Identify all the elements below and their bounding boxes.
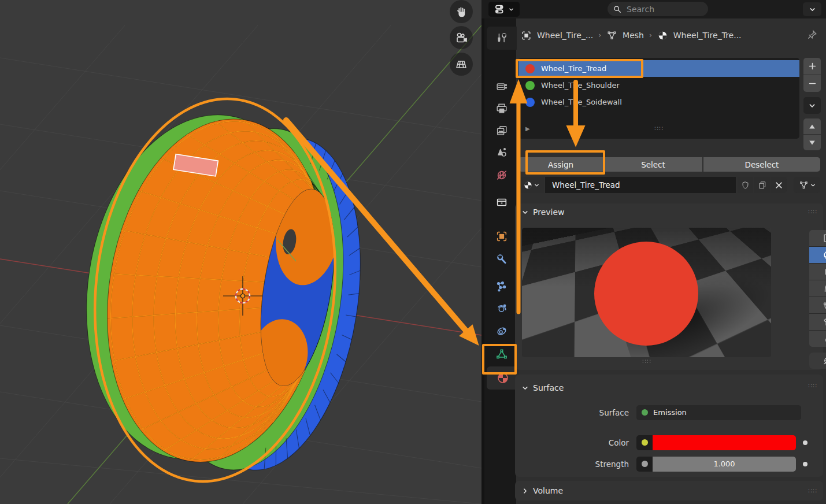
panel-drag-grip[interactable]: ∷∷ bbox=[808, 383, 817, 389]
modifier-wrench-icon bbox=[495, 253, 508, 266]
breadcrumb-material[interactable]: Wheel_Tire_Tre... bbox=[673, 31, 742, 40]
material-slot-row[interactable]: Wheel_Tire_Shoulder bbox=[518, 77, 799, 94]
properties-header bbox=[481, 0, 826, 18]
tab-view-layer[interactable] bbox=[487, 119, 517, 142]
new-material-button[interactable] bbox=[754, 177, 771, 193]
tab-scene[interactable] bbox=[487, 141, 517, 164]
panel-drag-grip[interactable]: ∷∷ bbox=[808, 209, 817, 215]
tab-particles[interactable] bbox=[487, 275, 517, 298]
preview-type-sphere[interactable] bbox=[809, 247, 826, 264]
add-slot-button[interactable] bbox=[803, 58, 821, 75]
strength-socket[interactable] bbox=[636, 457, 653, 472]
breadcrumb: Wheel_Tire_... › Mesh › Wheel_Tire_Tre..… bbox=[516, 25, 826, 45]
tab-collection[interactable] bbox=[487, 191, 517, 214]
remove-slot-button[interactable] bbox=[803, 75, 821, 92]
search-box[interactable] bbox=[608, 2, 708, 16]
tire-mesh[interactable] bbox=[62, 98, 384, 486]
particles-icon bbox=[495, 280, 508, 293]
strength-socket-dot bbox=[642, 461, 648, 467]
surface-panel-title: Surface bbox=[533, 383, 564, 392]
volume-panel-header[interactable]: Volume ∷∷ bbox=[515, 481, 823, 501]
preview-type-monkey[interactable] bbox=[809, 297, 826, 314]
preview-panel-header[interactable]: Preview ∷∷ bbox=[515, 203, 823, 221]
chevron-down-icon bbox=[810, 183, 816, 188]
preview-type-cube[interactable] bbox=[809, 264, 826, 280]
preview-type-flat[interactable] bbox=[809, 230, 826, 247]
move-slot-up-button[interactable] bbox=[803, 118, 821, 135]
list-expand-arrow[interactable]: ▶ bbox=[525, 125, 530, 132]
link-data-dropdown[interactable] bbox=[794, 177, 820, 193]
list-resize-grip[interactable]: ∷∷ bbox=[654, 125, 664, 132]
surface-shader-dropdown[interactable]: Emission bbox=[636, 405, 801, 420]
preview-type-fluid[interactable] bbox=[809, 331, 826, 347]
material-slot-row[interactable]: Wheel_Tire_Soidewall bbox=[518, 94, 799, 110]
scene-icon bbox=[495, 146, 508, 159]
shader-socket-dot bbox=[642, 409, 648, 416]
material-color-dot bbox=[525, 98, 535, 107]
tab-constraints[interactable] bbox=[487, 320, 517, 343]
sphere-icon bbox=[823, 250, 826, 261]
camera-view-button[interactable] bbox=[450, 26, 473, 49]
mesh-icon bbox=[799, 180, 809, 190]
tab-tool[interactable] bbox=[487, 27, 517, 50]
breadcrumb-object[interactable]: Wheel_Tire_... bbox=[537, 31, 593, 40]
strength-keyframe-dot[interactable] bbox=[803, 462, 808, 466]
emission-color-field[interactable] bbox=[636, 435, 796, 450]
preview-resize-grip[interactable]: ∷∷ bbox=[642, 358, 651, 365]
triangle-up-icon bbox=[809, 124, 816, 129]
material-sphere-icon bbox=[523, 180, 533, 190]
breadcrumb-mesh[interactable]: Mesh bbox=[623, 31, 644, 40]
preview-panel: Preview ∷∷ ∷∷ bbox=[515, 203, 823, 370]
select-label: Select bbox=[641, 160, 665, 169]
panel-drag-grip[interactable]: ∷∷ bbox=[808, 488, 817, 494]
properties-tab-strip bbox=[481, 18, 516, 504]
tab-object[interactable] bbox=[487, 225, 517, 248]
breadcrumb-separator: › bbox=[649, 31, 652, 39]
deselect-button[interactable]: Deselect bbox=[703, 157, 820, 172]
tab-render[interactable] bbox=[487, 75, 517, 98]
header-menu-button[interactable] bbox=[803, 2, 821, 16]
color-label: Color bbox=[515, 438, 629, 447]
material-color-dot bbox=[525, 81, 535, 90]
preview-type-hair[interactable] bbox=[809, 280, 826, 297]
material-sphere-icon bbox=[657, 30, 668, 41]
unlink-material-button[interactable] bbox=[771, 177, 787, 193]
breadcrumb-separator: › bbox=[598, 31, 601, 39]
material-preview-image bbox=[522, 228, 771, 357]
tab-output[interactable] bbox=[487, 97, 517, 120]
color-socket-dot bbox=[642, 439, 648, 446]
collection-box-icon bbox=[495, 196, 508, 209]
color-socket[interactable] bbox=[636, 435, 653, 450]
slot-name: Wheel_Tire_Soidewall bbox=[541, 98, 622, 106]
annotation-rect-assign bbox=[525, 150, 605, 175]
pan-view-button[interactable] bbox=[450, 0, 473, 23]
search-input[interactable] bbox=[625, 4, 697, 14]
world-preview-icon bbox=[823, 355, 826, 366]
material-name-field[interactable] bbox=[545, 177, 736, 193]
fake-user-button[interactable] bbox=[738, 177, 753, 193]
editor-type-button[interactable] bbox=[488, 2, 520, 17]
select-button[interactable]: Select bbox=[604, 157, 702, 172]
shirt-icon bbox=[823, 317, 826, 327]
slot-specials-button[interactable] bbox=[803, 97, 821, 114]
pin-icon[interactable] bbox=[806, 29, 818, 40]
hair-strands-icon bbox=[823, 283, 826, 294]
strength-row: Strength 1.000 bbox=[515, 456, 823, 472]
grid-ortho-button[interactable] bbox=[450, 53, 473, 76]
view-layer-images-icon bbox=[495, 124, 508, 137]
tab-physics[interactable] bbox=[487, 297, 517, 320]
move-slot-down-button[interactable] bbox=[803, 135, 821, 150]
tab-world[interactable] bbox=[487, 164, 517, 187]
color-swatch[interactable] bbox=[653, 435, 796, 450]
viewport-canvas[interactable] bbox=[0, 0, 481, 504]
preview-type-cloth[interactable] bbox=[809, 314, 826, 331]
strength-slider[interactable]: 1.000 bbox=[636, 457, 796, 472]
emission-ball bbox=[594, 242, 698, 346]
surface-shader-value: Emission bbox=[653, 408, 687, 417]
color-keyframe-dot[interactable] bbox=[803, 440, 808, 445]
preview-world-button[interactable] bbox=[809, 353, 826, 369]
browse-material-button[interactable] bbox=[518, 177, 544, 193]
tab-modifiers[interactable] bbox=[487, 248, 517, 271]
surface-panel-header[interactable]: Surface ∷∷ bbox=[515, 375, 823, 396]
3d-viewport[interactable] bbox=[0, 0, 481, 504]
